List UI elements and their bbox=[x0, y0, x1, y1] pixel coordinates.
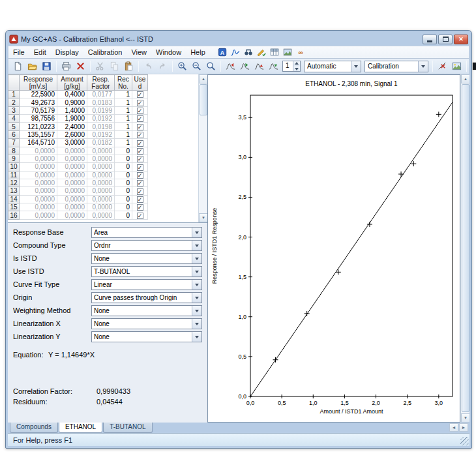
used-cell[interactable]: ✓ bbox=[132, 155, 148, 162]
link-icon[interactable]: ∞ bbox=[295, 47, 306, 58]
rec-no-cell[interactable]: 0 bbox=[115, 195, 132, 203]
menu-display[interactable]: Display bbox=[51, 47, 83, 57]
zoom-in-icon[interactable] bbox=[175, 59, 189, 73]
resp-factor-cell[interactable]: 0,0000 bbox=[87, 163, 115, 171]
menu-view[interactable]: View bbox=[126, 47, 151, 57]
row-number[interactable]: 3 bbox=[8, 106, 20, 114]
amount-cell[interactable]: 2,6000 bbox=[57, 130, 87, 138]
redo-icon[interactable] bbox=[156, 59, 170, 73]
table-icon[interactable] bbox=[269, 47, 280, 58]
rec-no-cell[interactable]: 0 bbox=[115, 211, 132, 219]
amount-cell[interactable]: 0,9000 bbox=[57, 98, 87, 106]
tab-t-butanol[interactable]: T-BUTANOL bbox=[103, 423, 152, 433]
amount-cell[interactable]: 1,9000 bbox=[57, 115, 87, 123]
row-number[interactable]: 2 bbox=[8, 98, 20, 106]
chevron-down-icon[interactable] bbox=[192, 267, 201, 276]
rec-no-cell[interactable]: 0 bbox=[115, 203, 132, 211]
response-cell[interactable]: 121,0223 bbox=[20, 123, 57, 130]
used-cell[interactable]: ✓ bbox=[132, 147, 148, 155]
chevron-down-icon[interactable] bbox=[192, 228, 201, 237]
zoom-reset-icon[interactable] bbox=[204, 59, 218, 73]
titlebar[interactable]: My GC+AS - Calibration Ethanol <-- ISTD … bbox=[8, 33, 469, 46]
level-spinner[interactable]: 1 bbox=[282, 61, 301, 72]
response-base-combo[interactable]: Area bbox=[91, 227, 202, 238]
open-icon[interactable] bbox=[25, 59, 39, 73]
used-checkbox[interactable]: ✓ bbox=[137, 91, 143, 98]
response-cell[interactable]: 98,7556 bbox=[20, 115, 57, 123]
resp-factor-cell[interactable]: 0,0000 bbox=[87, 147, 115, 155]
new-icon[interactable] bbox=[11, 59, 25, 73]
amount-cell[interactable]: 0,4000 bbox=[57, 91, 87, 98]
tab-compounds[interactable]: Compounds bbox=[10, 423, 58, 433]
weighting-method-combo[interactable]: None bbox=[91, 305, 202, 316]
main-scrollbar[interactable]: ▲ ▼ bbox=[460, 74, 469, 423]
close-button[interactable]: ✕ bbox=[454, 35, 468, 44]
image-icon[interactable] bbox=[282, 47, 293, 58]
menu-window[interactable]: Window bbox=[151, 47, 186, 57]
print-icon[interactable] bbox=[59, 59, 73, 73]
response-cell[interactable]: 164,5710 bbox=[20, 139, 57, 147]
rec-no-cell[interactable]: 0 bbox=[115, 171, 132, 179]
used-cell[interactable]: ✓ bbox=[132, 179, 148, 186]
resp-factor-cell[interactable]: 0,0000 bbox=[87, 203, 115, 211]
response-cell[interactable]: 0,0000 bbox=[20, 195, 57, 203]
rec-no-cell[interactable]: 0 bbox=[115, 147, 132, 155]
row-number[interactable]: 8 bbox=[8, 147, 20, 155]
menu-edit[interactable]: Edit bbox=[29, 47, 51, 57]
menu-calibration[interactable]: Calibration bbox=[83, 47, 127, 57]
response-cell[interactable]: 0,0000 bbox=[20, 211, 57, 219]
used-checkbox[interactable]: ✓ bbox=[137, 188, 143, 195]
response-cell[interactable]: 70,5179 bbox=[20, 106, 57, 114]
response-cell[interactable]: 0,0000 bbox=[20, 179, 57, 186]
zoom-out-icon[interactable] bbox=[190, 59, 203, 73]
row-number[interactable]: 11 bbox=[8, 171, 20, 179]
resp-factor-cell[interactable]: 0,0182 bbox=[87, 139, 115, 147]
used-checkbox[interactable]: ✓ bbox=[137, 213, 143, 219]
rec-no-cell[interactable]: 1 bbox=[115, 139, 132, 147]
table-scrollbar-thumb[interactable] bbox=[200, 84, 207, 115]
chevron-down-icon[interactable] bbox=[418, 61, 428, 72]
resp-factor-cell[interactable]: 0,0000 bbox=[87, 195, 115, 203]
instrument-icon[interactable]: A bbox=[216, 47, 228, 58]
row-number[interactable]: 15 bbox=[8, 203, 20, 211]
used-checkbox[interactable]: ✓ bbox=[137, 156, 143, 162]
chevron-down-icon[interactable] bbox=[351, 61, 361, 72]
used-checkbox[interactable]: ✓ bbox=[137, 164, 143, 171]
graph-properties-icon[interactable] bbox=[450, 59, 464, 73]
rec-no-cell[interactable]: 0 bbox=[115, 163, 132, 171]
used-cell[interactable]: ✓ bbox=[132, 139, 148, 147]
used-cell[interactable]: ✓ bbox=[132, 211, 148, 219]
next-peak-icon[interactable] bbox=[238, 59, 252, 73]
used-cell[interactable]: ✓ bbox=[132, 91, 148, 98]
rec-no-cell[interactable]: 1 bbox=[115, 130, 132, 138]
resp-factor-cell[interactable]: 0,0192 bbox=[87, 115, 115, 123]
undo-icon[interactable] bbox=[141, 59, 155, 73]
resp-factor-cell[interactable]: 0,0000 bbox=[87, 211, 115, 219]
chevron-down-icon[interactable] bbox=[192, 332, 201, 342]
response-cell[interactable]: 0,0000 bbox=[20, 203, 57, 211]
rec-no-cell[interactable]: 1 bbox=[115, 115, 132, 123]
response-cell[interactable]: 0,0000 bbox=[20, 171, 57, 179]
used-checkbox[interactable]: ✓ bbox=[137, 100, 143, 106]
used-checkbox[interactable]: ✓ bbox=[137, 148, 143, 155]
chromatogram-icon[interactable] bbox=[230, 47, 241, 58]
tab-ethanol[interactable]: ETHANOL bbox=[59, 423, 102, 433]
rec-no-cell[interactable]: 1 bbox=[115, 123, 132, 130]
amount-cell[interactable]: 1,4000 bbox=[57, 106, 87, 114]
color-icon[interactable] bbox=[469, 59, 476, 73]
response-cell[interactable]: 0,0000 bbox=[20, 155, 57, 162]
used-checkbox[interactable]: ✓ bbox=[137, 180, 143, 186]
previous-peak-icon[interactable] bbox=[224, 59, 237, 73]
view-combo[interactable]: Calibration bbox=[364, 61, 428, 72]
row-number[interactable]: 12 bbox=[8, 179, 20, 186]
response-cell[interactable]: 0,0000 bbox=[20, 163, 57, 171]
chevron-down-icon[interactable] bbox=[192, 319, 201, 329]
scroll-down-icon[interactable]: ▼ bbox=[461, 413, 469, 423]
used-cell[interactable]: ✓ bbox=[132, 195, 148, 203]
save-icon[interactable] bbox=[40, 59, 53, 73]
row-number[interactable]: 4 bbox=[8, 115, 20, 123]
amount-cell[interactable]: 2,4000 bbox=[57, 123, 87, 130]
amount-cell[interactable]: 0,0000 bbox=[57, 211, 87, 219]
amount-cell[interactable]: 0,0000 bbox=[57, 147, 87, 155]
used-checkbox[interactable]: ✓ bbox=[137, 115, 143, 122]
